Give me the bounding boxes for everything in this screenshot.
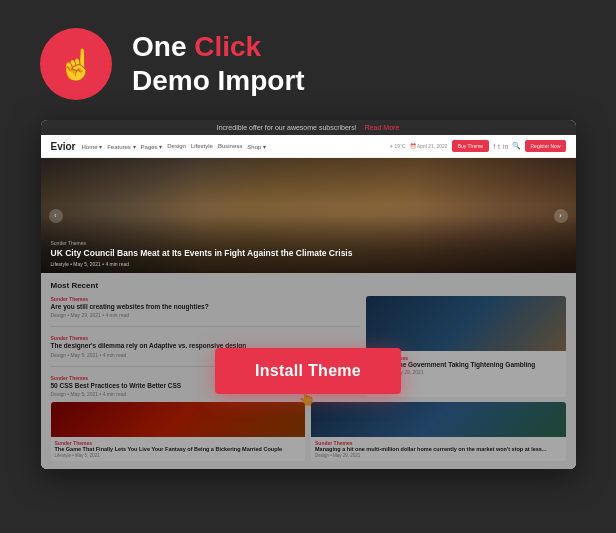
announcement-bar: Incredible offer for our awesome subscri… xyxy=(41,120,576,135)
nav-link-pages[interactable]: Pages ▾ xyxy=(141,143,163,150)
hero-next-arrow[interactable]: › xyxy=(554,209,568,223)
install-btn-wrapper: Install Theme 👆 xyxy=(215,348,401,394)
header-line2: Demo Import xyxy=(132,64,305,98)
hero-text-overlay: Sunder Themes UK City Council Bans Meat … xyxy=(51,240,566,267)
twitter-icon[interactable]: t xyxy=(498,143,500,150)
buy-theme-button[interactable]: Buy Theme xyxy=(452,140,489,152)
nav-logo: Evior xyxy=(51,141,76,152)
nav-meta: ☀ 19°C ⏰ April 21, 2022 xyxy=(389,143,448,149)
nav-link-design[interactable]: Design xyxy=(167,143,186,150)
instagram-icon[interactable]: in xyxy=(503,143,508,150)
nav-link-home[interactable]: Home ▾ xyxy=(82,143,103,150)
nav-bar: Evior Home ▾ Features ▾ Pages ▾ Design L… xyxy=(41,135,576,158)
facebook-icon[interactable]: f xyxy=(493,143,495,150)
nav-date: ⏰ April 21, 2022 xyxy=(410,143,448,149)
icon-circle: ☝ xyxy=(40,28,112,100)
nav-left: Evior Home ▾ Features ▾ Pages ▾ Design L… xyxy=(51,141,266,152)
nav-link-features[interactable]: Features ▾ xyxy=(107,143,135,150)
hero-area: ‹ › Sunder Themes UK City Council Bans M… xyxy=(41,158,576,273)
nav-links: Home ▾ Features ▾ Pages ▾ Design Lifesty… xyxy=(82,143,266,150)
read-more-link[interactable]: Read More xyxy=(365,124,400,131)
nav-social-icons: f t in xyxy=(493,143,508,150)
header-line1: One Click xyxy=(132,30,305,64)
nav-link-shop[interactable]: Shop ▾ xyxy=(247,143,266,150)
nav-link-lifestyle[interactable]: Lifestyle xyxy=(191,143,213,150)
hero-prev-arrow[interactable]: ‹ xyxy=(49,209,63,223)
click-hand-icon: ☝ xyxy=(58,47,95,82)
header-section: ☝ One Click Demo Import xyxy=(0,0,616,120)
announcement-text: Incredible offer for our awesome subscri… xyxy=(217,124,357,131)
header-one: One xyxy=(132,31,194,62)
register-now-button[interactable]: Register Now xyxy=(525,140,565,152)
nav-temp: ☀ 19°C xyxy=(389,143,406,149)
hero-meta: Lifestyle • May 5, 2021 • 4 min read xyxy=(51,261,566,267)
browser-mockup: Incredible offer for our awesome subscri… xyxy=(41,120,576,469)
nav-link-business[interactable]: Business xyxy=(218,143,242,150)
hero-category: Sunder Themes xyxy=(51,240,566,246)
install-theme-button[interactable]: Install Theme xyxy=(215,348,401,394)
hero-title: UK City Council Bans Meat at Its Events … xyxy=(51,248,566,259)
nav-right: ☀ 19°C ⏰ April 21, 2022 Buy Theme f t in… xyxy=(389,140,565,152)
header-click: Click xyxy=(194,31,261,62)
search-icon[interactable]: 🔍 xyxy=(512,142,521,150)
content-area: Most Recent Sunder Themes Are you still … xyxy=(41,273,576,469)
header-text: One Click Demo Import xyxy=(132,30,305,97)
